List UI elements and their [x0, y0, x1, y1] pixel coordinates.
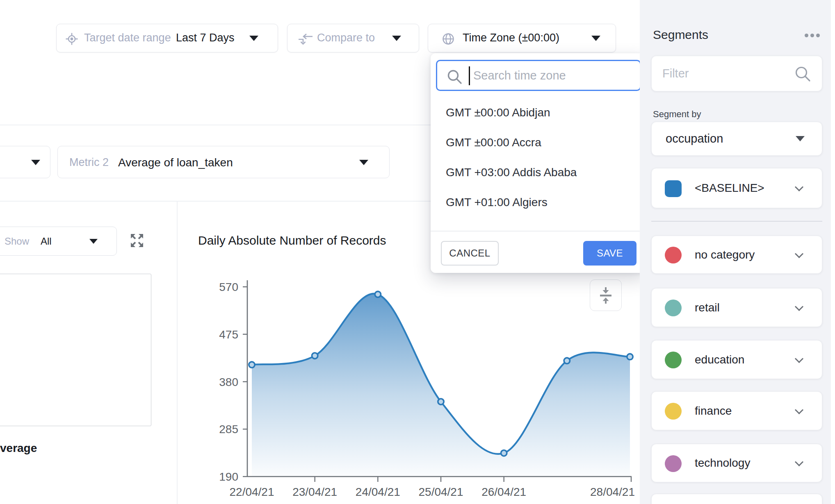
y-tick-label: 475	[219, 328, 238, 341]
compare-arrows-icon	[297, 33, 314, 46]
dot	[816, 34, 820, 37]
data-point-marker[interactable]	[501, 450, 506, 456]
show-label: Show	[5, 236, 29, 247]
segments-filter-box[interactable]	[651, 56, 822, 91]
save-button[interactable]: SAVE	[583, 241, 637, 266]
target-date-range-value: Last 7 Days	[176, 32, 235, 44]
segment-row[interactable]: <BASELINE>	[651, 168, 822, 208]
segment-row[interactable]: education	[651, 340, 822, 379]
chevron-down-icon	[591, 36, 600, 41]
chart-title: Daily Absolute Number of Records	[198, 234, 386, 247]
target-icon	[65, 32, 79, 48]
baseline-divider	[651, 221, 822, 222]
segment-row[interactable]: finance	[651, 391, 822, 430]
timezone-search-input[interactable]	[473, 62, 637, 89]
chevron-down-icon	[89, 239, 98, 244]
segment-color-dot	[665, 455, 682, 472]
data-point-marker[interactable]	[312, 353, 317, 359]
segment-by-label: Segment by	[653, 109, 701, 120]
dashboard-page: Target date range Last 7 Days Compare to…	[0, 0, 835, 504]
legend-placeholder-box	[0, 274, 151, 426]
y-tick-label: 285	[219, 423, 238, 436]
metric2-value: Average of loan_taken	[118, 156, 233, 169]
segment-row[interactable]: no category	[651, 236, 822, 274]
timezone-value: Time Zone (±00:00)	[463, 32, 559, 44]
area-fill	[252, 294, 630, 477]
chevron-down-icon	[249, 36, 258, 41]
chevron-down-icon	[31, 160, 40, 165]
text-cursor	[469, 66, 470, 85]
x-tick-label: 24/04/21	[356, 486, 400, 498]
metric2-dropdown[interactable]: Metric 2 Average of loan_taken	[57, 146, 390, 178]
show-dropdown[interactable]: Show All	[0, 227, 117, 256]
chevron-down-icon	[795, 405, 803, 414]
segment-row[interactable]: retail	[651, 288, 822, 327]
segment-label: retail	[695, 301, 720, 314]
chevron-down-icon	[392, 36, 401, 41]
segment-label: finance	[695, 404, 732, 418]
timezone-popup: GMT ±00:00 AbidjanGMT ±00:00 AccraGMT +0…	[431, 53, 646, 273]
timezone-option[interactable]: GMT +03:00 Addis Ababa	[431, 157, 646, 187]
timezone-option[interactable]: GMT ±00:00 Abidjan	[431, 98, 646, 127]
segment-label: <BASELINE>	[695, 182, 764, 195]
chevron-down-icon	[795, 249, 803, 258]
segments-filter-input[interactable]	[662, 60, 794, 86]
compare-to-dropdown[interactable]: Compare to	[287, 24, 419, 52]
x-tick-label: 26/04/21	[481, 486, 526, 498]
timezone-option[interactable]: GMT ±00:00 Accra	[431, 127, 646, 157]
compare-to-label: Compare to	[317, 32, 375, 44]
segment-label: no category	[695, 248, 755, 261]
segment-color-dot	[665, 300, 682, 316]
target-date-range-dropdown[interactable]: Target date range Last 7 Days	[56, 24, 278, 52]
data-point-marker[interactable]	[564, 358, 570, 363]
segments-title: Segments	[653, 28, 708, 42]
segment-row-partial[interactable]	[651, 494, 822, 504]
popup-footer-divider	[431, 231, 646, 232]
expand-fullscreen-icon[interactable]	[129, 232, 145, 251]
x-tick-label: 22/04/21	[230, 486, 274, 498]
segment-label: technology	[695, 456, 750, 470]
chevron-down-icon	[359, 160, 368, 165]
timezone-search-box[interactable]	[436, 60, 641, 91]
y-tick-label: 570	[219, 281, 238, 293]
timezone-dropdown[interactable]: Time Zone (±00:00)	[428, 24, 616, 52]
timezone-option-list: GMT ±00:00 AbidjanGMT ±00:00 AccraGMT +0…	[431, 98, 646, 217]
chevron-down-icon	[795, 302, 803, 311]
data-point-marker[interactable]	[438, 399, 444, 404]
segment-by-value: occupation	[666, 132, 723, 145]
more-options-icon[interactable]	[805, 34, 820, 37]
truncated-average-label: verage	[0, 442, 37, 455]
data-point-marker[interactable]	[375, 291, 381, 297]
segments-sidebar: Segments Segment by occupation <BASELINE…	[640, 0, 835, 504]
area-chart: 19028538047557022/04/2123/04/2124/04/212…	[178, 262, 640, 500]
segment-color-dot	[665, 247, 682, 263]
segment-label: education	[695, 353, 744, 366]
y-tick-label: 190	[219, 470, 238, 483]
segment-color-square	[665, 180, 682, 197]
metric2-label: Metric 2	[69, 156, 109, 169]
dot	[810, 34, 814, 37]
chevron-down-icon	[795, 458, 803, 466]
cancel-button[interactable]: CANCEL	[441, 241, 499, 266]
x-tick-label: 23/04/21	[292, 486, 337, 498]
dot	[805, 34, 808, 37]
chevron-down-icon	[795, 354, 803, 363]
show-value: All	[41, 236, 52, 247]
target-date-range-label: Target date range	[84, 32, 171, 44]
timezone-option[interactable]: GMT +01:00 Algiers	[431, 187, 646, 217]
x-tick-label: 25/04/21	[419, 486, 463, 498]
scrollbar-track[interactable]	[831, 0, 835, 504]
data-point-marker[interactable]	[627, 354, 633, 359]
segment-color-dot	[665, 403, 682, 420]
segment-by-dropdown[interactable]: occupation	[651, 122, 822, 156]
chevron-down-icon	[795, 183, 803, 191]
segment-row[interactable]: technology	[651, 444, 822, 482]
chevron-down-icon	[796, 136, 805, 141]
metric1-dropdown-partial[interactable]	[0, 146, 50, 178]
segment-color-dot	[665, 352, 682, 368]
search-icon	[794, 65, 812, 85]
x-tick-label: 28/04/21	[590, 486, 635, 498]
y-tick-label: 380	[219, 376, 238, 388]
data-point-marker[interactable]	[249, 362, 255, 368]
search-icon	[446, 68, 463, 87]
